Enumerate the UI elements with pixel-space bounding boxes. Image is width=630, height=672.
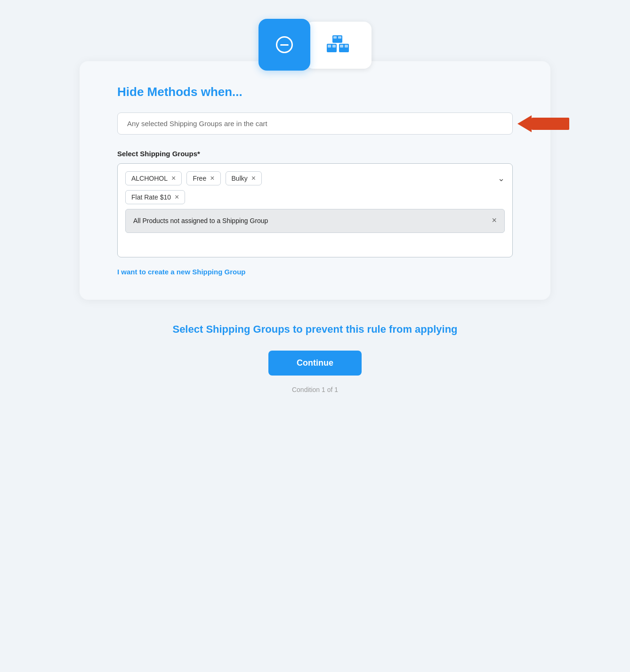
tag-free: Free ×: [186, 171, 220, 185]
bottom-section: Select Shipping Groups to prevent this r…: [172, 323, 457, 393]
tag-bulky-close[interactable]: ×: [251, 175, 256, 182]
svg-rect-2: [332, 45, 336, 48]
field-label-text: Select Shipping Groups: [117, 150, 197, 158]
section-title: Hide Methods when...: [117, 85, 513, 99]
tag-alchohol: ALCHOHOL ×: [125, 171, 182, 185]
continue-button[interactable]: Continue: [268, 351, 362, 376]
tag-bulky-label: Bulky: [232, 175, 248, 182]
condition-dropdown-text: Any selected Shipping Groups are in the …: [127, 120, 267, 128]
warehouse-card: [306, 22, 372, 69]
warehouse-icon: [326, 33, 351, 57]
tag-all-products: All Products not assigned to a Shipping …: [125, 209, 505, 233]
tag-all-products-close[interactable]: ×: [492, 216, 497, 224]
bottom-title: Select Shipping Groups to prevent this r…: [172, 323, 457, 336]
condition-dropdown[interactable]: Any selected Shipping Groups are in the …: [117, 112, 513, 135]
tag-flatrate: Flat Rate $10 ×: [125, 190, 185, 204]
tags-dropdown-chevron[interactable]: ⌄: [493, 173, 505, 184]
main-card: Hide Methods when... Any selected Shippi…: [80, 61, 550, 300]
svg-rect-5: [345, 45, 348, 48]
minus-circle: [276, 36, 293, 53]
arrow-head: [517, 115, 532, 132]
arrow-annotation: [517, 115, 569, 132]
minus-icon-button[interactable]: [258, 19, 310, 71]
tags-row-top: ALCHOHOL × Free × Bulky × ⌄: [125, 171, 505, 185]
tag-flatrate-close[interactable]: ×: [175, 193, 179, 201]
create-shipping-group-link[interactable]: I want to create a new Shipping Group: [117, 268, 246, 276]
condition-text: Condition 1 of 1: [292, 386, 338, 393]
tag-alchohol-label: ALCHOHOL: [131, 175, 168, 182]
tag-bulky: Bulky ×: [226, 171, 262, 185]
tag-flatrate-label: Flat Rate $10: [131, 193, 171, 201]
page-wrapper: Hide Methods when... Any selected Shippi…: [0, 19, 630, 431]
top-icons: [258, 19, 372, 71]
tag-all-products-text: All Products not assigned to a Shipping …: [133, 216, 486, 226]
svg-rect-7: [333, 36, 337, 39]
field-label: Select Shipping Groups*: [117, 150, 513, 158]
tags-container: ALCHOHOL × Free × Bulky × ⌄ F: [117, 163, 513, 257]
minus-bar: [280, 44, 289, 46]
required-star: *: [197, 150, 200, 158]
tag-alchohol-close[interactable]: ×: [171, 175, 176, 182]
tag-free-label: Free: [193, 175, 206, 182]
tags-row-second: Flat Rate $10 ×: [125, 190, 505, 204]
svg-rect-8: [338, 36, 341, 39]
arrow-shaft: [532, 118, 569, 130]
svg-rect-4: [340, 45, 343, 48]
tag-free-close[interactable]: ×: [210, 175, 214, 182]
svg-rect-1: [328, 45, 331, 48]
